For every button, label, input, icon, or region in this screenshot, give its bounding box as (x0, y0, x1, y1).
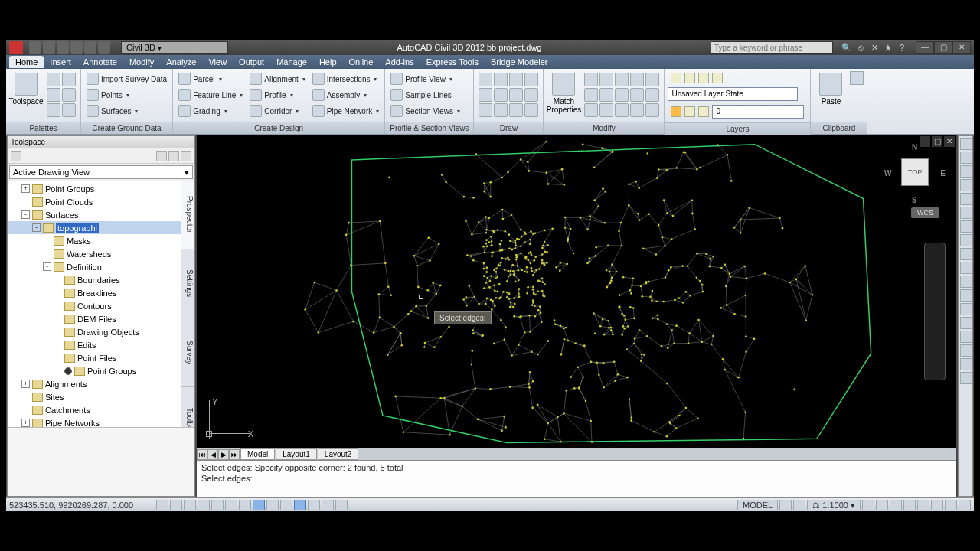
tab-layout1[interactable]: Layout1 (276, 448, 317, 460)
tab-first-icon[interactable]: ⏮ (197, 449, 207, 460)
close-button[interactable]: ✕ (952, 41, 971, 54)
tree-node[interactable]: Point Files (8, 351, 181, 364)
viewport-minimize-icon[interactable]: — (920, 136, 930, 147)
tree-node[interactable]: Watersheds (8, 247, 181, 260)
tool-icon[interactable] (960, 248, 972, 260)
samplelines-button[interactable]: Sample Lines (388, 87, 462, 103)
workspace-selector[interactable]: Civil 3D ▾ (121, 41, 228, 54)
tool-icon[interactable] (960, 234, 972, 246)
copy-icon[interactable] (850, 71, 864, 85)
tab-modify[interactable]: Modify (123, 56, 160, 68)
surfaces-button[interactable]: Surfaces▾ (84, 103, 169, 119)
panel-design-title[interactable]: Create Design (173, 122, 384, 134)
palette-icon[interactable] (62, 73, 76, 86)
draw-icon[interactable] (494, 103, 508, 117)
status-icon[interactable] (917, 500, 929, 510)
tree-node[interactable]: Point Clouds (8, 195, 181, 208)
tab-home[interactable]: Home (9, 56, 44, 68)
tool-icon[interactable] (960, 331, 972, 343)
annoscale-dropdown[interactable]: ⚖ 1:1000 ▾ (807, 500, 861, 510)
tool-icon[interactable] (960, 262, 972, 274)
status-icon[interactable] (890, 500, 902, 510)
tool-icon[interactable] (960, 344, 972, 357)
vtab-survey[interactable]: Survey (181, 318, 194, 387)
status-icon[interactable] (779, 500, 792, 510)
tab-output[interactable]: Output (233, 56, 270, 68)
status-icon[interactable] (903, 500, 916, 510)
vtab-settings[interactable]: Settings (181, 249, 194, 318)
tab-bridge[interactable]: Bridge Modeler (485, 56, 554, 68)
toolspace-button[interactable]: Toolspace (9, 71, 43, 106)
qat-print-icon[interactable] (70, 41, 83, 54)
qat-save-icon[interactable] (57, 41, 69, 54)
tab-next-icon[interactable]: ▶ (218, 449, 229, 460)
favorite-icon[interactable]: ★ (882, 41, 894, 54)
dyn-toggle[interactable] (253, 500, 265, 510)
tree-node[interactable]: -Definition (8, 260, 181, 273)
extend-icon[interactable] (615, 88, 629, 102)
tab-express[interactable]: Express Tools (420, 56, 485, 68)
panel-profile-title[interactable]: Profile & Section Views (385, 122, 473, 134)
viewcube-s[interactable]: S (912, 196, 917, 204)
qat-redo-icon[interactable] (98, 41, 110, 54)
tool-icon[interactable] (960, 138, 972, 150)
exchange-icon[interactable]: ✕ (868, 41, 880, 54)
navigation-bar[interactable] (924, 243, 946, 380)
draw-icon[interactable] (494, 88, 508, 102)
parcel-button[interactable]: Parcel▾ (176, 71, 245, 86)
layer-icon[interactable] (698, 73, 709, 83)
status-icon[interactable] (959, 500, 971, 510)
status-icon[interactable] (931, 500, 943, 510)
search-icon[interactable] (11, 151, 21, 161)
tree-node[interactable]: -topographi (8, 221, 181, 234)
tab-manage[interactable]: Manage (270, 56, 313, 68)
tree-node[interactable]: Masks (8, 234, 181, 247)
tool-icon[interactable] (960, 207, 972, 219)
circle-icon[interactable] (509, 73, 523, 86)
scale-icon[interactable] (584, 88, 598, 102)
tab-last-icon[interactable]: ⏭ (229, 449, 240, 460)
copy-icon[interactable] (599, 73, 613, 86)
pipenetwork-button[interactable]: Pipe Network▾ (310, 103, 381, 119)
featureline-button[interactable]: Feature Line▾ (176, 87, 245, 103)
tree-node[interactable]: Breaklines (8, 286, 181, 299)
prospector-tree[interactable]: +Point GroupsPoint Clouds-Surfaces-topog… (8, 181, 181, 427)
tree-node[interactable]: Catchments (8, 403, 181, 416)
tool-icon[interactable] (960, 220, 972, 233)
palette-icon[interactable] (62, 103, 76, 117)
draw-icon[interactable] (524, 103, 538, 117)
rotate-icon[interactable] (630, 73, 644, 86)
layer-icon[interactable] (671, 73, 681, 83)
panel-palettes-title[interactable]: Palettes (6, 122, 80, 134)
tree-node[interactable]: Point Groups (8, 364, 181, 377)
osnap-toggle[interactable] (211, 500, 224, 510)
tab-prev-icon[interactable]: ◀ (207, 449, 218, 460)
tool-icon[interactable] (960, 165, 972, 178)
panel-modify-title[interactable]: Modify (544, 122, 664, 134)
viewport-maximize-icon[interactable]: ▢ (932, 136, 942, 147)
tab-model[interactable]: Model (240, 448, 275, 460)
tool-icon[interactable] (960, 193, 972, 205)
intersections-button[interactable]: Intersections▾ (310, 71, 381, 86)
draw-icon[interactable] (479, 88, 492, 102)
tool-icon[interactable] (960, 372, 972, 384)
am-toggle[interactable] (308, 500, 320, 510)
tab-online[interactable]: Online (343, 56, 380, 68)
panel-ground-title[interactable]: Create Ground Data (81, 122, 172, 134)
viewcube[interactable]: N W E S TOP (884, 143, 946, 204)
tool-icon[interactable] (960, 317, 972, 329)
polar-toggle[interactable] (198, 500, 210, 510)
panel-clipboard-title[interactable]: Clipboard (811, 122, 867, 134)
status-icon[interactable] (876, 500, 888, 510)
tool-icon[interactable] (960, 358, 972, 370)
profile-button[interactable]: Profile▾ (247, 87, 307, 103)
drawing-view-dropdown[interactable]: Active Drawing View▾ (9, 165, 193, 179)
points-button[interactable]: Points▾ (84, 87, 169, 103)
palette-icon[interactable] (47, 88, 60, 102)
tab-layout2[interactable]: Layout2 (318, 448, 359, 460)
panel-layers-title[interactable]: Layers (665, 122, 810, 135)
trim-icon[interactable] (599, 88, 613, 102)
sc-toggle[interactable] (294, 500, 306, 510)
grid-toggle[interactable] (170, 500, 182, 510)
sectionviews-button[interactable]: Section Views▾ (388, 103, 462, 119)
